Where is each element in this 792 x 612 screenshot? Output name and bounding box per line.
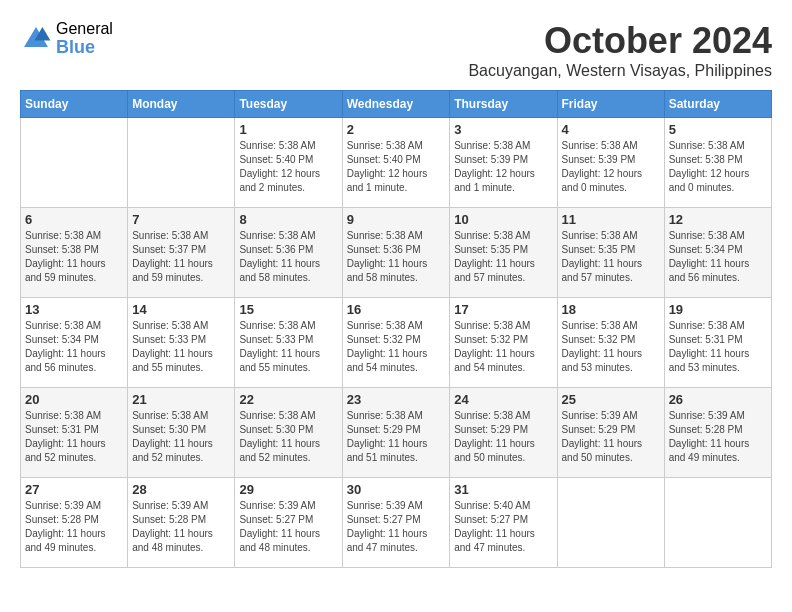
day-of-week-header: Tuesday [235,91,342,118]
day-info: Sunrise: 5:38 AM Sunset: 5:38 PM Dayligh… [25,229,123,285]
day-number: 6 [25,212,123,227]
calendar-week-row: 13Sunrise: 5:38 AM Sunset: 5:34 PM Dayli… [21,298,772,388]
calendar-cell: 4Sunrise: 5:38 AM Sunset: 5:39 PM Daylig… [557,118,664,208]
day-info: Sunrise: 5:39 AM Sunset: 5:29 PM Dayligh… [562,409,660,465]
day-number: 14 [132,302,230,317]
calendar-cell: 9Sunrise: 5:38 AM Sunset: 5:36 PM Daylig… [342,208,450,298]
day-info: Sunrise: 5:38 AM Sunset: 5:34 PM Dayligh… [25,319,123,375]
logo: General Blue [20,20,113,57]
calendar-cell: 31Sunrise: 5:40 AM Sunset: 5:27 PM Dayli… [450,478,557,568]
day-of-week-header: Wednesday [342,91,450,118]
calendar-cell: 7Sunrise: 5:38 AM Sunset: 5:37 PM Daylig… [128,208,235,298]
calendar-cell [557,478,664,568]
day-number: 18 [562,302,660,317]
calendar-cell: 12Sunrise: 5:38 AM Sunset: 5:34 PM Dayli… [664,208,771,298]
calendar-cell: 25Sunrise: 5:39 AM Sunset: 5:29 PM Dayli… [557,388,664,478]
day-info: Sunrise: 5:40 AM Sunset: 5:27 PM Dayligh… [454,499,552,555]
calendar-cell: 30Sunrise: 5:39 AM Sunset: 5:27 PM Dayli… [342,478,450,568]
day-info: Sunrise: 5:39 AM Sunset: 5:27 PM Dayligh… [239,499,337,555]
day-info: Sunrise: 5:38 AM Sunset: 5:37 PM Dayligh… [132,229,230,285]
day-of-week-header: Friday [557,91,664,118]
day-number: 31 [454,482,552,497]
calendar-cell: 2Sunrise: 5:38 AM Sunset: 5:40 PM Daylig… [342,118,450,208]
day-number: 20 [25,392,123,407]
day-info: Sunrise: 5:38 AM Sunset: 5:29 PM Dayligh… [347,409,446,465]
calendar-cell: 10Sunrise: 5:38 AM Sunset: 5:35 PM Dayli… [450,208,557,298]
day-number: 19 [669,302,767,317]
day-number: 29 [239,482,337,497]
day-info: Sunrise: 5:38 AM Sunset: 5:40 PM Dayligh… [347,139,446,195]
day-number: 15 [239,302,337,317]
day-info: Sunrise: 5:38 AM Sunset: 5:31 PM Dayligh… [25,409,123,465]
day-number: 13 [25,302,123,317]
calendar-cell: 15Sunrise: 5:38 AM Sunset: 5:33 PM Dayli… [235,298,342,388]
calendar-week-row: 6Sunrise: 5:38 AM Sunset: 5:38 PM Daylig… [21,208,772,298]
logo-text: General Blue [56,20,113,57]
day-number: 2 [347,122,446,137]
day-info: Sunrise: 5:38 AM Sunset: 5:33 PM Dayligh… [132,319,230,375]
day-info: Sunrise: 5:38 AM Sunset: 5:30 PM Dayligh… [239,409,337,465]
day-of-week-header: Thursday [450,91,557,118]
day-number: 1 [239,122,337,137]
day-of-week-header: Saturday [664,91,771,118]
calendar-cell: 1Sunrise: 5:38 AM Sunset: 5:40 PM Daylig… [235,118,342,208]
day-number: 8 [239,212,337,227]
day-number: 11 [562,212,660,227]
day-info: Sunrise: 5:38 AM Sunset: 5:38 PM Dayligh… [669,139,767,195]
day-info: Sunrise: 5:38 AM Sunset: 5:29 PM Dayligh… [454,409,552,465]
calendar-cell: 11Sunrise: 5:38 AM Sunset: 5:35 PM Dayli… [557,208,664,298]
day-info: Sunrise: 5:38 AM Sunset: 5:35 PM Dayligh… [562,229,660,285]
day-info: Sunrise: 5:38 AM Sunset: 5:35 PM Dayligh… [454,229,552,285]
day-number: 5 [669,122,767,137]
day-info: Sunrise: 5:38 AM Sunset: 5:39 PM Dayligh… [454,139,552,195]
calendar-cell: 6Sunrise: 5:38 AM Sunset: 5:38 PM Daylig… [21,208,128,298]
calendar-cell: 20Sunrise: 5:38 AM Sunset: 5:31 PM Dayli… [21,388,128,478]
calendar-cell: 27Sunrise: 5:39 AM Sunset: 5:28 PM Dayli… [21,478,128,568]
calendar-cell: 29Sunrise: 5:39 AM Sunset: 5:27 PM Dayli… [235,478,342,568]
calendar-cell: 23Sunrise: 5:38 AM Sunset: 5:29 PM Dayli… [342,388,450,478]
day-info: Sunrise: 5:38 AM Sunset: 5:31 PM Dayligh… [669,319,767,375]
calendar-cell: 19Sunrise: 5:38 AM Sunset: 5:31 PM Dayli… [664,298,771,388]
calendar-cell: 14Sunrise: 5:38 AM Sunset: 5:33 PM Dayli… [128,298,235,388]
day-info: Sunrise: 5:38 AM Sunset: 5:30 PM Dayligh… [132,409,230,465]
calendar-week-row: 20Sunrise: 5:38 AM Sunset: 5:31 PM Dayli… [21,388,772,478]
day-info: Sunrise: 5:39 AM Sunset: 5:28 PM Dayligh… [132,499,230,555]
day-number: 27 [25,482,123,497]
logo-icon [20,23,52,55]
day-number: 7 [132,212,230,227]
day-info: Sunrise: 5:38 AM Sunset: 5:39 PM Dayligh… [562,139,660,195]
calendar-week-row: 1Sunrise: 5:38 AM Sunset: 5:40 PM Daylig… [21,118,772,208]
calendar-cell: 5Sunrise: 5:38 AM Sunset: 5:38 PM Daylig… [664,118,771,208]
day-number: 22 [239,392,337,407]
calendar-cell: 28Sunrise: 5:39 AM Sunset: 5:28 PM Dayli… [128,478,235,568]
calendar-cell: 22Sunrise: 5:38 AM Sunset: 5:30 PM Dayli… [235,388,342,478]
logo-blue-text: Blue [56,38,113,58]
day-number: 3 [454,122,552,137]
calendar-cell: 18Sunrise: 5:38 AM Sunset: 5:32 PM Dayli… [557,298,664,388]
calendar-cell [21,118,128,208]
day-info: Sunrise: 5:38 AM Sunset: 5:34 PM Dayligh… [669,229,767,285]
day-info: Sunrise: 5:38 AM Sunset: 5:32 PM Dayligh… [454,319,552,375]
day-info: Sunrise: 5:38 AM Sunset: 5:32 PM Dayligh… [347,319,446,375]
day-number: 24 [454,392,552,407]
day-info: Sunrise: 5:38 AM Sunset: 5:40 PM Dayligh… [239,139,337,195]
calendar-table: SundayMondayTuesdayWednesdayThursdayFrid… [20,90,772,568]
month-title: October 2024 [468,20,772,62]
day-info: Sunrise: 5:38 AM Sunset: 5:36 PM Dayligh… [347,229,446,285]
calendar-cell: 13Sunrise: 5:38 AM Sunset: 5:34 PM Dayli… [21,298,128,388]
day-number: 10 [454,212,552,227]
day-info: Sunrise: 5:39 AM Sunset: 5:27 PM Dayligh… [347,499,446,555]
day-number: 12 [669,212,767,227]
title-block: October 2024 Bacuyangan, Western Visayas… [468,20,772,80]
calendar-cell [664,478,771,568]
day-number: 4 [562,122,660,137]
day-number: 25 [562,392,660,407]
calendar-cell: 17Sunrise: 5:38 AM Sunset: 5:32 PM Dayli… [450,298,557,388]
calendar-cell: 24Sunrise: 5:38 AM Sunset: 5:29 PM Dayli… [450,388,557,478]
day-info: Sunrise: 5:38 AM Sunset: 5:32 PM Dayligh… [562,319,660,375]
day-info: Sunrise: 5:38 AM Sunset: 5:33 PM Dayligh… [239,319,337,375]
day-info: Sunrise: 5:39 AM Sunset: 5:28 PM Dayligh… [25,499,123,555]
calendar-cell: 8Sunrise: 5:38 AM Sunset: 5:36 PM Daylig… [235,208,342,298]
calendar-cell: 16Sunrise: 5:38 AM Sunset: 5:32 PM Dayli… [342,298,450,388]
calendar-cell: 3Sunrise: 5:38 AM Sunset: 5:39 PM Daylig… [450,118,557,208]
